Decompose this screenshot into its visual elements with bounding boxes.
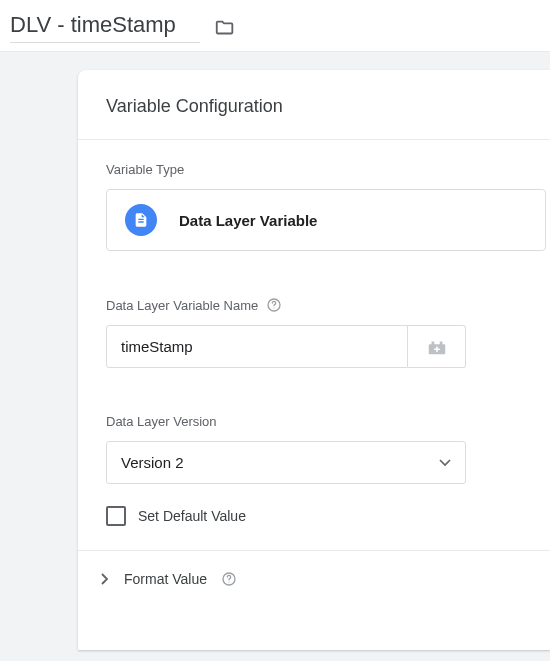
dlv-name-input-row [106,325,466,368]
variable-type-section: Variable Type Data Layer Variable [78,140,550,251]
card-title: Variable Configuration [78,96,550,139]
dlv-name-label-text: Data Layer Variable Name [106,298,258,313]
folder-icon[interactable] [214,17,236,39]
dlv-version-label: Data Layer Version [106,414,550,429]
content-background: Variable Configuration Variable Type Dat… [0,51,550,661]
svg-point-1 [274,307,275,308]
svg-rect-3 [431,341,434,345]
dlv-name-label: Data Layer Variable Name [106,297,550,313]
set-default-checkbox[interactable] [106,506,126,526]
page-header [0,0,550,51]
caret-down-icon [439,459,451,467]
insert-variable-button[interactable] [408,325,466,368]
variable-name-input[interactable] [10,12,200,38]
help-icon[interactable] [221,571,237,587]
help-icon[interactable] [266,297,282,313]
chevron-right-icon [100,572,110,586]
variable-type-selector[interactable]: Data Layer Variable [106,189,546,251]
format-value-row[interactable]: Format Value [78,551,550,607]
variable-config-card: Variable Configuration Variable Type Dat… [78,70,550,650]
dlv-version-section: Data Layer Version Version 2 [78,392,550,484]
svg-point-6 [228,581,229,582]
set-default-label: Set Default Value [138,508,246,524]
data-layer-variable-icon [125,204,157,236]
dlv-version-select[interactable]: Version 2 [106,441,466,484]
dlv-name-section: Data Layer Variable Name [78,275,550,368]
variable-type-value: Data Layer Variable [179,212,317,229]
svg-rect-4 [439,341,442,345]
set-default-row[interactable]: Set Default Value [78,484,550,550]
variable-name-field-wrap [10,12,200,43]
dlv-name-input[interactable] [106,325,408,368]
format-value-label: Format Value [124,571,207,587]
variable-type-label: Variable Type [106,162,550,177]
dlv-version-selected: Version 2 [121,454,184,471]
